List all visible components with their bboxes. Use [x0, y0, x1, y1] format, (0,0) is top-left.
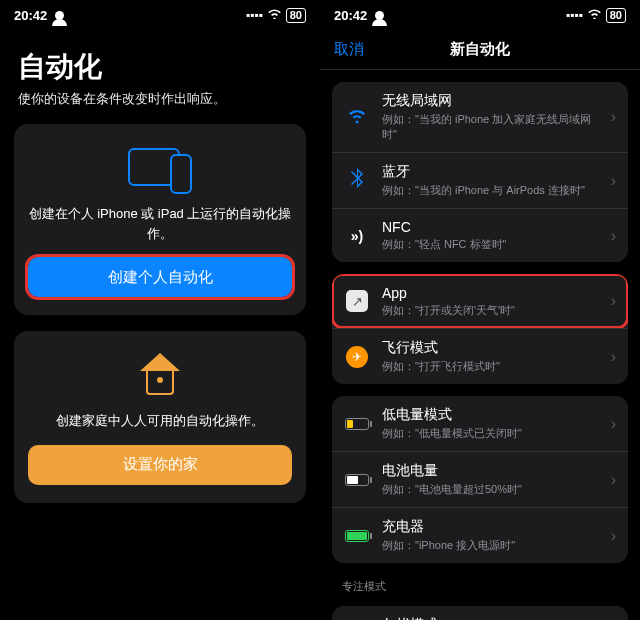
wifi-icon: [347, 107, 367, 128]
bluetooth-icon: [351, 168, 363, 193]
row-subtitle: 例如："当我的 iPhone 与 AirPods 连接时": [382, 183, 605, 198]
home-icon: [132, 353, 188, 401]
row-title: NFC: [382, 219, 605, 235]
row-title: App: [382, 285, 605, 301]
row-subtitle: 例如："轻点 NFC 标签时": [382, 237, 605, 252]
devices-icon: [120, 146, 200, 194]
wifi-icon: [587, 8, 602, 22]
home-desc: 创建家庭中人人可用的自动化操作。: [56, 411, 264, 431]
page-title: 自动化: [0, 30, 320, 90]
page-subtitle: 使你的设备在条件改变时作出响应。: [0, 90, 320, 124]
cancel-button[interactable]: 取消: [334, 40, 364, 59]
row-subtitle: 例如："低电量模式已关闭时": [382, 426, 605, 441]
trigger-row-batt-low[interactable]: 低电量模式例如："低电量模式已关闭时"›: [332, 396, 628, 451]
trigger-row-plane[interactable]: ✈飞行模式例如："打开飞行模式时"›: [332, 328, 628, 384]
status-battery: 80: [606, 8, 626, 23]
row-title: 低电量模式: [382, 406, 605, 424]
chevron-right-icon: ›: [611, 471, 616, 489]
row-title: 充电器: [382, 518, 605, 536]
home-automation-card: 创建家庭中人人可用的自动化操作。 设置你的家: [14, 331, 306, 503]
status-time: 20:42: [334, 8, 367, 23]
row-subtitle: 例如："当我的 iPhone 加入家庭无线局域网时": [382, 112, 605, 142]
nfc-icon: »): [351, 228, 363, 244]
row-title: 飞行模式: [382, 339, 605, 357]
trigger-row-batt-chg[interactable]: 充电器例如："iPhone 接入电源时"›: [332, 507, 628, 563]
trigger-row-dnd[interactable]: ☽ 勿扰模式 例如："打开勿扰模式时" ›: [332, 606, 628, 620]
row-subtitle: 例如："打开飞行模式时": [382, 359, 605, 374]
wifi-icon: [267, 8, 282, 22]
profile-icon: [375, 11, 384, 20]
chevron-right-icon: ›: [611, 348, 616, 366]
navbar: 取消 新自动化: [320, 30, 640, 70]
chevron-right-icon: ›: [611, 172, 616, 190]
setup-home-button[interactable]: 设置你的家: [28, 445, 292, 485]
section-header-focus: 专注模式: [320, 563, 640, 594]
airplane-icon: ✈: [346, 346, 368, 368]
row-title: 电池电量: [382, 462, 605, 480]
trigger-group: ↗App例如："打开或关闭'天气'时"›✈飞行模式例如："打开飞行模式时"›: [332, 274, 628, 384]
row-title: 无线局域网: [382, 92, 605, 110]
personal-automation-card: 创建在个人 iPhone 或 iPad 上运行的自动化操作。 创建个人自动化: [14, 124, 306, 315]
chevron-right-icon: ›: [611, 108, 616, 126]
status-battery: 80: [286, 8, 306, 23]
status-bar: 20:42 ▪▪▪▪ 80: [0, 0, 320, 30]
battery-half-icon: [345, 474, 369, 486]
trigger-group: 低电量模式例如："低电量模式已关闭时"›电池电量例如："电池电量超过50%时"›…: [332, 396, 628, 563]
row-subtitle: 例如："电池电量超过50%时": [382, 482, 605, 497]
trigger-group-focus: ☽ 勿扰模式 例如："打开勿扰模式时" ›: [332, 606, 628, 620]
signal-icon: ▪▪▪▪: [246, 8, 263, 22]
trigger-row-wifi[interactable]: 无线局域网例如："当我的 iPhone 加入家庭无线局域网时"›: [332, 82, 628, 152]
trigger-row-app[interactable]: ↗App例如："打开或关闭'天气'时"›: [332, 274, 628, 328]
chevron-right-icon: ›: [611, 292, 616, 310]
row-subtitle: 例如："iPhone 接入电源时": [382, 538, 605, 553]
trigger-row-nfc[interactable]: »)NFC例如："轻点 NFC 标签时"›: [332, 208, 628, 262]
chevron-right-icon: ›: [611, 227, 616, 245]
app-icon: ↗: [346, 290, 368, 312]
trigger-row-bt[interactable]: 蓝牙例如："当我的 iPhone 与 AirPods 连接时"›: [332, 152, 628, 208]
nav-title: 新自动化: [450, 40, 510, 59]
personal-desc: 创建在个人 iPhone 或 iPad 上运行的自动化操作。: [28, 204, 292, 243]
trigger-row-batt-half[interactable]: 电池电量例如："电池电量超过50%时"›: [332, 451, 628, 507]
screen-new-automation: 20:42 ▪▪▪▪ 80 取消 新自动化 无线局域网例如："当我的 iPhon…: [320, 0, 640, 620]
battery-low-icon: [345, 418, 369, 430]
profile-icon: [55, 11, 64, 20]
trigger-group: 无线局域网例如："当我的 iPhone 加入家庭无线局域网时"›蓝牙例如："当我…: [332, 82, 628, 262]
signal-icon: ▪▪▪▪: [566, 8, 583, 22]
battery-charging-icon: [345, 530, 369, 542]
row-subtitle: 例如："打开或关闭'天气'时": [382, 303, 605, 318]
status-time: 20:42: [14, 8, 47, 23]
chevron-right-icon: ›: [611, 527, 616, 545]
chevron-right-icon: ›: [611, 415, 616, 433]
screen-automation-home: 20:42 ▪▪▪▪ 80 自动化 使你的设备在条件改变时作出响应。 创建在个人…: [0, 0, 320, 620]
row-title: 蓝牙: [382, 163, 605, 181]
status-bar: 20:42 ▪▪▪▪ 80: [320, 0, 640, 30]
create-personal-automation-button[interactable]: 创建个人自动化: [28, 257, 292, 297]
row-title: 勿扰模式: [382, 616, 605, 620]
